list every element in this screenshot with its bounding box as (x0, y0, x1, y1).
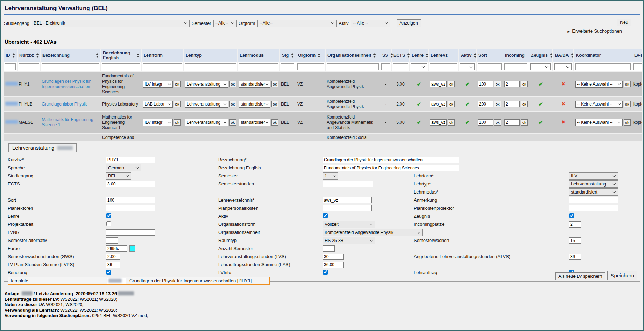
course-link[interactable]: Mathematik für Engineering Science 1 (42, 117, 93, 127)
filter-orgform-input[interactable] (297, 63, 324, 70)
col-header-bada[interactable]: BA/DA (553, 49, 574, 62)
sort-input[interactable] (478, 119, 493, 126)
lehrmodus-select[interactable]: standardisiert (239, 81, 270, 88)
sort-input[interactable] (478, 81, 493, 87)
lehrform-select[interactable]: ILV (569, 172, 618, 180)
orgform-filter-select[interactable]: --Alle-- (257, 20, 337, 27)
col-header-id[interactable]: ID (4, 49, 17, 62)
filter-bada-select[interactable] (554, 63, 572, 70)
ects-input[interactable] (106, 181, 155, 187)
filter-koordinator-input[interactable] (575, 63, 631, 70)
sprache-select[interactable]: German (106, 164, 141, 171)
ok-button[interactable]: ok (624, 101, 631, 107)
template-input[interactable] (107, 278, 126, 284)
ok-button[interactable]: ok (494, 81, 501, 87)
lehrevz-input[interactable] (430, 119, 447, 126)
ok-button[interactable]: ok (174, 81, 181, 87)
bezeichnung-english-input[interactable] (323, 165, 459, 171)
aktiv-checkbox[interactable] (323, 213, 328, 218)
anmerkung-input[interactable] (569, 197, 618, 203)
semester-filter-select[interactable]: --Alle-- (213, 20, 237, 27)
lvinfo-checkbox[interactable] (323, 270, 328, 275)
filter-lehre-select[interactable] (411, 63, 427, 70)
filter-bezeichnung-input[interactable] (42, 63, 99, 70)
organisationsform-select[interactable]: Vollzeit (323, 221, 375, 228)
col-header-kurzbz[interactable]: Kurzbz (17, 49, 40, 62)
lehrform-select[interactable]: ILV Integr (143, 81, 173, 88)
lvnr-input[interactable] (106, 229, 155, 236)
studiengang-select[interactable]: BEL (106, 172, 131, 180)
kopieren-link[interactable]: kopieren (633, 102, 642, 107)
anzeigen-button[interactable]: Anzeigen (397, 19, 421, 27)
col-header-zeugnis[interactable]: Zeugnis (529, 49, 553, 62)
col-header-bezeichnung-english[interactable]: Bezeichnung English (101, 49, 141, 62)
filter-ss-input[interactable] (381, 63, 390, 70)
col-header-bezeichnung[interactable]: Bezeichnung (40, 49, 101, 62)
col-header-organisationseinheit[interactable]: Organisationseinheit (325, 49, 380, 62)
filter-organisationseinheit-input[interactable] (327, 63, 379, 70)
koordinator-select[interactable]: -- Keine Auswahl -- (575, 101, 623, 108)
lehre-checkbox[interactable] (106, 213, 111, 218)
filter-bezeichnung-english-input[interactable] (102, 63, 140, 70)
ok-button[interactable]: ok (448, 101, 455, 107)
ok-button[interactable]: ok (521, 119, 528, 126)
col-header-ects[interactable]: ECTS (391, 49, 410, 62)
las-input[interactable] (323, 262, 344, 268)
incoming-input[interactable] (504, 81, 520, 87)
filter-id-input[interactable] (5, 63, 16, 70)
course-link[interactable]: Grundlagenlabor Physik (42, 102, 87, 107)
ok-button[interactable]: ok (448, 81, 455, 87)
ok-button[interactable]: ok (624, 81, 631, 87)
col-header-lehre[interactable]: Lehre (410, 49, 429, 62)
lehrmodus-select[interactable]: standardisiert (239, 101, 270, 108)
ok-button[interactable]: ok (494, 119, 501, 126)
ok-button[interactable]: ok (271, 101, 278, 107)
anzahl-semester-input[interactable] (323, 245, 335, 252)
lehrform-select[interactable]: LAB Labor (143, 101, 173, 108)
bezeichnung-input[interactable] (323, 157, 459, 163)
filter-lvinfo-input[interactable] (633, 63, 642, 70)
col-header-orgform[interactable]: Orgform (296, 49, 325, 62)
semester-alternativ-input[interactable] (106, 237, 118, 244)
ok-button[interactable]: ok (521, 81, 528, 87)
lehreverzeichnis-input[interactable] (323, 197, 372, 203)
filter-lehrform-input[interactable] (143, 63, 182, 70)
filter-lehrevz-input[interactable] (430, 63, 457, 70)
incomingplaetze-input[interactable] (569, 221, 581, 228)
lehrmodus-select[interactable]: standardisiert (569, 188, 618, 196)
incoming-input[interactable] (504, 119, 520, 126)
lehrevz-input[interactable] (430, 101, 447, 107)
filter-incoming-input[interactable] (504, 63, 527, 70)
organisationseinheit-select[interactable]: Kompetenzfeld Angewandte Physik (323, 229, 423, 236)
ok-button[interactable]: ok (271, 119, 278, 126)
neu-button[interactable]: Neu (617, 19, 631, 26)
alvs-input[interactable] (569, 254, 581, 260)
ok-button[interactable]: ok (229, 101, 236, 107)
sort-input[interactable] (106, 197, 155, 203)
color-swatch[interactable] (129, 245, 135, 252)
save-button[interactable]: Speichern (607, 271, 637, 280)
lehrevz-input[interactable] (430, 81, 447, 87)
lehrtyp-select[interactable]: Lehrveranstaltung (185, 119, 228, 126)
lehrtyp-select[interactable]: Lehrveranstaltung (569, 180, 618, 188)
sort-input[interactable] (478, 101, 493, 107)
col-header-aktiv[interactable]: Aktiv (459, 49, 476, 62)
plankostenprolektor-input[interactable] (569, 205, 618, 211)
projektarbeit-checkbox[interactable] (106, 221, 111, 226)
lehrtyp-select[interactable]: Lehrveranstaltung (185, 81, 228, 88)
filter-aktiv-select[interactable] (460, 63, 475, 70)
studiengang-filter-select[interactable]: BEL - Elektronik (32, 20, 190, 27)
incoming-input[interactable] (504, 101, 520, 107)
ok-button[interactable]: ok (624, 119, 631, 126)
course-link[interactable]: Grundlagen der Physik für Ingenieurswiss… (42, 79, 91, 89)
semesterwochen-input[interactable] (569, 237, 581, 244)
lehrmodus-select[interactable]: standardisiert (239, 119, 270, 126)
kopieren-link[interactable]: kopieren (633, 120, 642, 125)
semester-select[interactable]: 1 (323, 172, 338, 180)
lvps-input[interactable] (106, 262, 120, 268)
filter-zeugnis-select[interactable] (530, 63, 551, 70)
advanced-search-link[interactable]: ►Erweiterte Suchoptionen (4, 28, 640, 34)
col-header-ss[interactable]: SS (380, 49, 391, 62)
koordinator-select[interactable]: -- Keine Auswahl -- (575, 119, 623, 126)
filter-ects-input[interactable] (393, 63, 408, 70)
